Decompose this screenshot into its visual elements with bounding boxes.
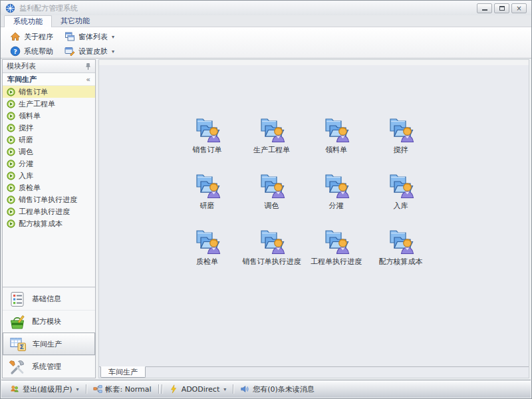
sidebar-item-label: 销售订单执行进度: [19, 195, 77, 205]
green-arrow-icon: [7, 100, 15, 108]
sidebar-item[interactable]: 配方核算成本: [3, 217, 95, 229]
about-program-label: 关于程序: [24, 32, 53, 42]
sidebar-item-label: 分灌: [19, 159, 33, 169]
sidebar-item[interactable]: 质检单: [3, 182, 95, 194]
folder-user-icon: [256, 168, 288, 200]
tab-system-functions[interactable]: 系统功能: [4, 15, 52, 27]
green-arrow-icon: [7, 184, 15, 192]
module-shortcut[interactable]: 入库: [368, 168, 433, 223]
module-shortcut[interactable]: 销售订单: [175, 112, 239, 168]
ribbon-toolbar: 关于程序 窗体列表 ▾ ? 系统帮助 设置皮肤 ▾: [1, 27, 531, 59]
module-shortcut[interactable]: 搅拌: [368, 112, 433, 168]
form-list-button[interactable]: 窗体列表 ▾: [61, 31, 118, 43]
nav-button-label: 车间生产: [33, 339, 62, 349]
close-button[interactable]: ×: [511, 3, 527, 13]
green-arrow-icon: [7, 219, 15, 228]
sidebar-item-label: 领料单: [19, 111, 41, 121]
svg-text:?: ?: [13, 48, 17, 55]
folder-user-icon: [385, 168, 417, 200]
folder-user-icon: [192, 112, 223, 144]
folder-user-icon: [321, 223, 352, 255]
status-bar: 登出(超级用户)▾帐套: NormalADODirect▾您有(0)条未读消息: [1, 380, 531, 398]
module-shortcut-label: 搅拌: [394, 145, 408, 155]
module-shortcut[interactable]: 工程单执行进度: [304, 223, 368, 279]
sidebar-item[interactable]: 生产工程单: [3, 98, 95, 110]
window-title: 益利配方管理系统: [19, 3, 78, 13]
document-tab-workshop[interactable]: 车间生产: [100, 366, 146, 378]
status-item[interactable]: 帐套: Normal: [88, 384, 157, 394]
module-shortcut[interactable]: 研磨: [175, 168, 239, 223]
status-item[interactable]: 您有(0)条未读消息: [235, 384, 320, 394]
nav-button-label: 配方模块: [32, 317, 61, 327]
sidebar-item[interactable]: 调色: [3, 146, 95, 158]
sidebar-item[interactable]: 研磨: [3, 134, 95, 146]
sidebar-item-label: 工程单执行进度: [19, 207, 70, 217]
sidebar-item[interactable]: 分灌: [3, 158, 95, 170]
set-skin-button[interactable]: 设置皮肤 ▾: [61, 45, 118, 57]
folder-user-icon: [321, 168, 352, 200]
folder-user-icon: [192, 223, 223, 255]
about-program-button[interactable]: 关于程序: [7, 31, 61, 43]
separator: [158, 384, 159, 394]
green-arrow-icon: [7, 196, 15, 204]
sidebar-header: 模块列表: [3, 60, 95, 73]
collapse-icon[interactable]: «: [86, 75, 90, 84]
status-item-label: 帐套: Normal: [106, 384, 152, 394]
maximize-button[interactable]: [494, 3, 509, 13]
status-item-label: 登出(超级用户): [23, 384, 72, 394]
tools-icon: [9, 358, 26, 376]
sidebar-module-list: 销售订单生产工程单领料单搅拌研磨调色分灌入库质检单销售订单执行进度工程单执行进度…: [3, 86, 95, 229]
sidebar-nav-buttons: 基础信息配方模块Σ车间生产系统管理: [3, 287, 95, 378]
nav-button[interactable]: 系统管理: [3, 355, 95, 378]
module-shortcut-label: 配方核算成本: [379, 257, 423, 267]
sidebar-item-label: 调色: [19, 147, 33, 157]
sidebar-item[interactable]: 入库: [3, 170, 95, 182]
module-sidebar: 模块列表 车间生产 « 销售订单生产工程单领料单搅拌研磨调色分灌入库质检单销售订…: [2, 59, 96, 378]
module-shortcut[interactable]: 销售订单执行进度: [239, 223, 304, 279]
status-item[interactable]: ADODirect▾: [164, 384, 232, 394]
svg-text:Σ: Σ: [20, 343, 25, 350]
window-list-icon: [65, 31, 75, 42]
sidebar-item[interactable]: 领料单: [3, 110, 95, 122]
green-arrow-icon: [7, 148, 15, 156]
module-icon-grid: 销售订单生产工程单领料单搅拌研磨调色分灌入库质检单销售订单执行进度工程单执行进度…: [175, 112, 436, 279]
module-shortcut[interactable]: 配方核算成本: [368, 223, 433, 279]
module-shortcut[interactable]: 分灌: [304, 168, 368, 223]
dropdown-caret-icon: ▾: [112, 49, 114, 55]
sidebar-item[interactable]: 搅拌: [3, 122, 95, 134]
folder-user-icon: [385, 223, 417, 255]
sidebar-item-label: 搅拌: [19, 123, 33, 133]
separator: [86, 384, 86, 394]
tab-other-functions[interactable]: 其它功能: [52, 15, 98, 27]
green-arrow-icon: [7, 112, 15, 120]
module-shortcut[interactable]: 领料单: [304, 112, 368, 168]
module-shortcut[interactable]: 生产工程单: [239, 112, 304, 168]
module-shortcut[interactable]: 调色: [239, 168, 304, 223]
workspace: 销售订单生产工程单领料单搅拌研磨调色分灌入库质检单销售订单执行进度工程单执行进度…: [98, 59, 529, 378]
status-item[interactable]: 登出(超级用户)▾: [5, 384, 84, 394]
window-controls: ×: [477, 3, 527, 13]
module-shortcut-label: 分灌: [329, 201, 344, 211]
minimize-button[interactable]: [477, 3, 492, 13]
maximize-icon: [499, 6, 505, 11]
folder-user-icon: [256, 112, 288, 144]
nav-button[interactable]: 配方模块: [3, 310, 95, 332]
module-shortcut-label: 质检单: [196, 257, 218, 267]
sidebar-item[interactable]: 销售订单: [3, 86, 95, 98]
folder-user-icon: [256, 223, 288, 255]
dropdown-caret-icon: ▾: [223, 386, 226, 392]
folder-user-icon: [321, 112, 352, 144]
nav-button[interactable]: 基础信息: [3, 287, 95, 310]
module-shortcut-label: 销售订单执行进度: [243, 257, 301, 267]
folder-user-icon: [385, 112, 417, 144]
system-help-button[interactable]: ? 系统帮助: [7, 45, 61, 57]
green-arrow-icon: [7, 88, 15, 96]
sidebar-item[interactable]: 工程单执行进度: [3, 205, 95, 217]
pin-icon[interactable]: [85, 63, 91, 70]
form-list-label: 窗体列表: [78, 32, 108, 42]
sidebar-item[interactable]: 销售订单执行进度: [3, 194, 95, 205]
module-shortcut[interactable]: 质检单: [175, 223, 239, 279]
sidebar-item-label: 质检单: [19, 183, 41, 193]
nav-button[interactable]: Σ车间生产: [3, 332, 95, 355]
title-bar: 益利配方管理系统 ×: [1, 1, 531, 15]
